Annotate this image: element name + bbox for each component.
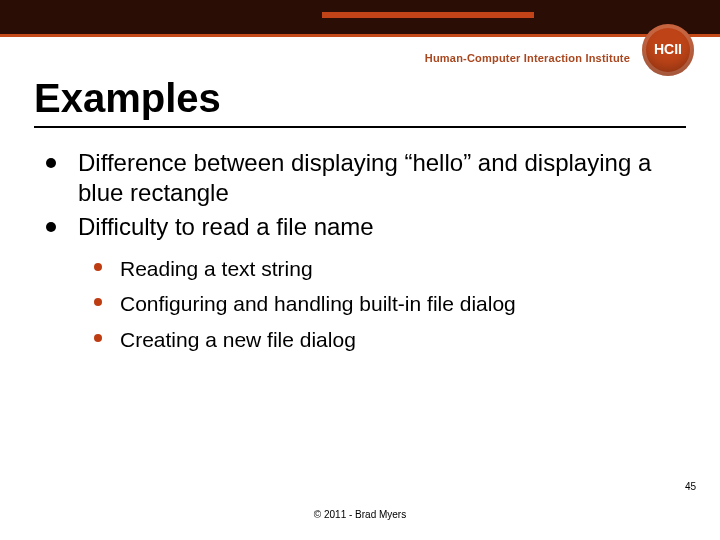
list-item: Difference between displaying “hello” an…: [46, 148, 660, 208]
header-accent-rule: [322, 12, 534, 18]
bullet-text: Creating a new file dialog: [120, 325, 356, 354]
org-label: Human-Computer Interaction Institute: [425, 52, 630, 64]
header-stripe: [0, 34, 720, 37]
list-item: Difficulty to read a file name: [46, 212, 660, 242]
bullet-text: Difference between displaying “hello” an…: [78, 148, 660, 208]
bullet-text: Difficulty to read a file name: [78, 212, 374, 242]
slide-title: Examples: [34, 76, 221, 121]
list-item: Reading a text string: [94, 254, 660, 283]
bullet-text: Configuring and handling built-in file d…: [120, 289, 516, 318]
slide: Human-Computer Interaction Institute HCI…: [0, 0, 720, 540]
bullet-icon: [46, 222, 56, 232]
sub-list: Reading a text string Configuring and ha…: [94, 254, 660, 354]
bullet-text: Reading a text string: [120, 254, 313, 283]
org-seal-text: HCII: [654, 41, 682, 57]
bullet-icon: [46, 158, 56, 168]
bullet-icon: [94, 334, 102, 342]
content-area: Difference between displaying “hello” an…: [46, 148, 660, 360]
list-item: Creating a new file dialog: [94, 325, 660, 354]
list-item: Configuring and handling built-in file d…: [94, 289, 660, 318]
bullet-icon: [94, 298, 102, 306]
title-underline: [34, 126, 686, 128]
page-number: 45: [685, 481, 696, 492]
footer-copyright: © 2011 - Brad Myers: [0, 509, 720, 520]
bullet-icon: [94, 263, 102, 271]
org-seal-icon: HCII: [642, 24, 694, 76]
